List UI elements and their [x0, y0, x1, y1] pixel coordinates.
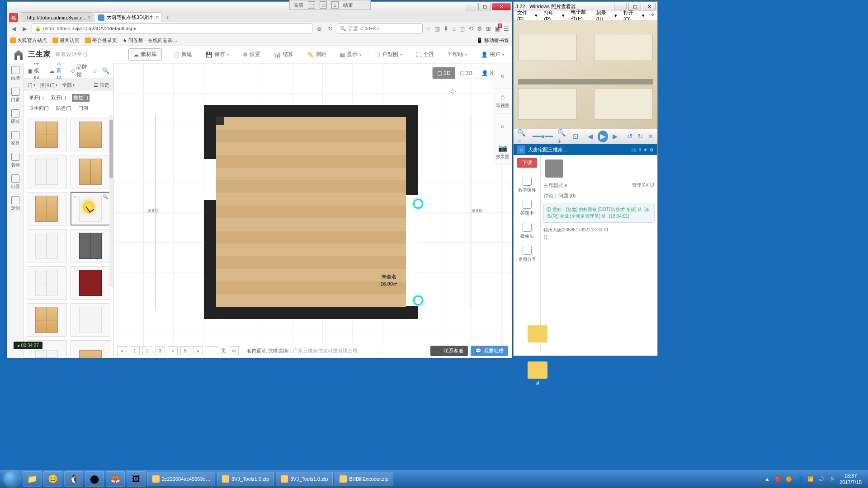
help-icon[interactable]: ?	[651, 13, 654, 18]
page-input[interactable]: 5	[180, 346, 190, 355]
tray-app-icon[interactable]: 🟠	[785, 475, 793, 483]
photoviewer-icon[interactable]: 🖼	[127, 471, 146, 487]
prev-icon[interactable]: ◀	[588, 132, 593, 141]
tab-2-active[interactable]: 大唐宅配在线3D设计 ✕	[94, 12, 161, 22]
channel-home-icon[interactable]: ⌂	[517, 145, 525, 154]
filter-door[interactable]: 门▾	[28, 82, 35, 89]
next-icon[interactable]: ▶	[613, 132, 618, 141]
rail-appliance[interactable]: 电器	[11, 174, 20, 190]
desktop-folder[interactable]: st	[527, 361, 548, 385]
library-button[interactable]: ☁素材库	[128, 48, 162, 61]
pocket-icon[interactable]: ▥	[434, 25, 440, 32]
zoom-icon[interactable]: 🔍	[103, 194, 108, 199]
menu-file[interactable]: 文件(F)	[517, 9, 528, 22]
shield-icon[interactable]: ⊗	[315, 24, 323, 33]
effect-button[interactable]: 📷效果图	[493, 139, 512, 164]
sc-home-icon[interactable]: ⌂	[331, 1, 339, 9]
bookmark-star-icon[interactable]: ☆	[425, 25, 431, 32]
menu-print[interactable]: 打印(P)	[544, 9, 556, 22]
firefox-icon[interactable]: 🦊	[106, 471, 125, 487]
settings-button[interactable]: ⚙设置	[240, 49, 263, 60]
user-button[interactable]: 👤用户▾	[478, 49, 507, 60]
page-last[interactable]: »	[168, 346, 178, 355]
star-icon[interactable]: ★	[643, 147, 647, 152]
fit-icon[interactable]: ⊡	[573, 132, 579, 141]
sidebar-icon[interactable]: ◫	[459, 25, 465, 32]
contact-button[interactable]: 🎧联系客服	[430, 346, 468, 356]
tab-brand[interactable]: ◇品牌馆	[71, 63, 87, 79]
taskbar-item[interactable]: 3VJ_Tools1.0.zip	[276, 472, 333, 486]
settings-icon[interactable]: ⚙	[650, 147, 654, 152]
door-thumb[interactable]	[27, 266, 67, 300]
page-3[interactable]: 3	[155, 346, 165, 355]
search-icon[interactable]: 🔍	[102, 67, 109, 74]
window-titlebar[interactable]: — ▢ ✕	[7, 2, 512, 11]
filter-slide[interactable]: 推拉门▾	[40, 82, 57, 89]
taskbar-item[interactable]: 3VJ_Tools1.0.zip	[217, 472, 274, 486]
door-thumb[interactable]	[71, 155, 111, 188]
wall-node[interactable]	[413, 199, 423, 209]
maximize-button[interactable]: ▢	[478, 3, 491, 10]
rail-furniture[interactable]: 家具	[11, 131, 20, 146]
chip-single[interactable]: 单开门	[28, 94, 45, 102]
bookmark-item[interactable]: ★问卷星 - 在线问卷调…	[123, 37, 178, 44]
menu-burn[interactable]: 刻录(U)	[596, 9, 608, 22]
answer-button[interactable]: 答题卡	[520, 200, 534, 216]
tray-network-icon[interactable]: 📶	[807, 475, 814, 483]
tab-close-icon[interactable]: ✕	[156, 15, 159, 20]
new-button[interactable]: 📄新建	[170, 49, 195, 60]
sc-end[interactable]: 结束	[343, 2, 353, 9]
start-button[interactable]	[3, 470, 21, 488]
close-button[interactable]: ✕	[492, 3, 511, 10]
scrollbar-handle[interactable]	[109, 120, 113, 178]
reload-button[interactable]: ↻	[326, 24, 334, 33]
wall-node[interactable]	[413, 296, 423, 305]
rail-hard[interactable]: 硬装	[11, 109, 20, 125]
filter-all[interactable]: 全部▾	[62, 82, 75, 89]
forward-button[interactable]: ▶	[21, 24, 29, 33]
sc-rec-icon[interactable]: ⬚	[308, 1, 315, 9]
tab-question[interactable]: 问题 (0)	[558, 192, 576, 199]
page-first[interactable]: «	[117, 346, 127, 355]
back-button[interactable]: ◀	[10, 24, 18, 33]
plan-button[interactable]: ⬚户型图▾	[373, 49, 405, 60]
page-go[interactable]: »	[193, 346, 203, 355]
door-thumb[interactable]	[71, 303, 111, 337]
page-2[interactable]: 2	[142, 346, 152, 355]
tray-flag-icon[interactable]: 🏳	[829, 475, 836, 483]
scrollbar-track[interactable]	[109, 115, 113, 287]
chip-sliding[interactable]: 推拉门	[72, 94, 90, 102]
door-thumb[interactable]	[71, 118, 111, 151]
page-1[interactable]: 1	[130, 346, 140, 355]
share-button[interactable]: 桌面分享	[518, 246, 536, 263]
bookmark-item[interactable]: 最常访问	[52, 37, 80, 44]
chip-double[interactable]: 双开门	[50, 94, 67, 102]
door-thumb[interactable]	[71, 229, 111, 263]
rail-wall[interactable]: 画墙	[11, 66, 20, 81]
display-button[interactable]: ▦显示▾	[337, 49, 364, 60]
tab-discuss[interactable]: 讨论	[543, 192, 553, 199]
view-3d[interactable]: ⬡3D	[455, 67, 477, 79]
app-icon[interactable]: 🐧	[64, 471, 83, 487]
view-2d[interactable]: ▢2D	[433, 67, 455, 79]
courseware-button[interactable]: 教学课件	[518, 177, 536, 193]
rotate-ccw-icon[interactable]: ↺	[627, 132, 633, 141]
addon-icon[interactable]: ⊞	[486, 25, 491, 32]
menu-open[interactable]: 打开(O)	[623, 9, 636, 22]
door-thumb[interactable]	[27, 303, 67, 337]
favorite-icon[interactable]: ☆	[92, 67, 98, 75]
notification-icon[interactable]: ▣	[495, 25, 500, 32]
end-class-button[interactable]: 下课	[517, 158, 537, 168]
door-thumb[interactable]	[71, 340, 111, 358]
wall-opening[interactable]	[204, 159, 216, 200]
bookmark-item[interactable]: 火狐官方站点	[10, 37, 47, 44]
help-button[interactable]: ?帮助▾	[445, 49, 470, 60]
rail-custom[interactable]: 定制	[11, 196, 20, 211]
door-thumb[interactable]	[27, 118, 67, 151]
bookmark-item[interactable]: 平台登录页	[85, 37, 117, 44]
tray-app-icon[interactable]: 🔵	[796, 475, 803, 483]
compass-icon[interactable]: ✧	[443, 82, 462, 101]
tray-volume-icon[interactable]: 🔊	[818, 475, 825, 483]
sc-win-icon[interactable]: ▭	[320, 1, 327, 9]
checkout-button[interactable]: 📊结算	[271, 49, 296, 60]
